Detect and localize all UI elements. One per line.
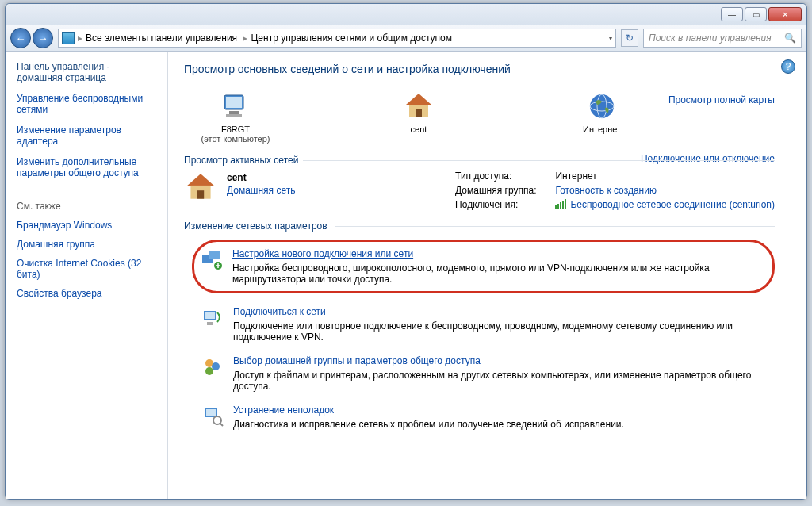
content-area: ? Просмотр основных сведений о сети и на… [168, 52, 806, 499]
svg-marker-10 [187, 174, 214, 186]
internet-label: Интернет [583, 125, 621, 134]
task-new-connection-highlighted: Настройка нового подключения или сети На… [192, 240, 775, 293]
svg-rect-3 [226, 114, 242, 117]
svg-rect-14 [209, 251, 220, 259]
search-placeholder: Поиск в панели управления [649, 33, 772, 44]
task-homegroup-link[interactable]: Выбор домашней группы и параметров общег… [233, 355, 775, 366]
see-also-label: См. также [17, 201, 156, 212]
globe-icon [585, 90, 619, 123]
computer-sublabel: (этот компьютер) [201, 134, 270, 144]
svg-rect-1 [226, 97, 242, 108]
svg-rect-12 [197, 190, 204, 199]
help-icon[interactable]: ? [781, 59, 795, 74]
svg-point-20 [212, 362, 220, 370]
house-icon [402, 90, 435, 123]
homegroup-label: Домашняя группа: [455, 185, 536, 196]
computer-name: F8RGT [221, 125, 250, 134]
svg-point-21 [205, 367, 213, 375]
maximize-button[interactable]: ▭ [745, 7, 767, 21]
sidebar-link-sharing[interactable]: Изменить дополнительные параметры общего… [17, 156, 156, 178]
full-map-link[interactable]: Просмотр полной карты [668, 94, 775, 105]
access-type-value: Интернет [555, 171, 775, 182]
see-also-homegroup[interactable]: Домашняя группа [17, 239, 156, 250]
back-button[interactable]: ← [10, 28, 31, 48]
navbar: ← → ▸ Все элементы панели управления ▸ Ц… [6, 25, 806, 52]
connect-icon [201, 306, 224, 328]
titlebar[interactable]: — ▭ ✕ [6, 4, 806, 25]
active-network-row: cent Домашняя сеть Тип доступа: Интернет… [184, 171, 775, 211]
task-connect: Подключиться к сети Подключение или повт… [201, 306, 775, 343]
house-icon [184, 171, 217, 204]
task-troubleshoot: Устранение неполадок Диагностика и испра… [201, 404, 775, 430]
refresh-button[interactable]: ↻ [621, 29, 638, 47]
active-network-type-link[interactable]: Домашняя сеть [227, 185, 295, 196]
homegroup-value-link[interactable]: Готовность к созданию [555, 185, 775, 196]
connect-disconnect-link[interactable]: Подключение или отключение [634, 153, 775, 164]
task-new-connection-desc: Настройка беспроводного, широкополосного… [232, 263, 760, 285]
network-name: cent [411, 125, 427, 134]
task-connect-desc: Подключение или повторное подключение к … [233, 320, 775, 343]
svg-line-25 [220, 423, 223, 426]
connection-line: — — — — — [298, 101, 356, 109]
sidebar: Панель управления - домашняя страница Уп… [6, 52, 168, 499]
search-box[interactable]: Поиск в панели управления 🔍 [643, 29, 802, 48]
task-homegroup-desc: Доступ к файлам и принтерам, расположенн… [233, 370, 775, 392]
address-bar[interactable]: ▸ Все элементы панели управления ▸ Центр… [58, 29, 616, 48]
svg-marker-4 [406, 94, 431, 105]
see-also-browser[interactable]: Свойства браузера [17, 288, 156, 299]
active-networks-section: Просмотр активных сетей Подключение или … [184, 155, 775, 166]
close-button[interactable]: ✕ [768, 7, 802, 21]
control-panel-home-link[interactable]: Панель управления - домашняя страница [17, 61, 156, 83]
svg-rect-2 [229, 111, 239, 114]
homegroup-icon [201, 355, 224, 378]
see-also-firewall[interactable]: Брандмауэр Windows [17, 220, 156, 231]
new-connection-icon [201, 248, 223, 270]
svg-rect-17 [205, 312, 215, 319]
svg-rect-6 [416, 109, 422, 117]
task-troubleshoot-link[interactable]: Устранение неполадок [233, 404, 624, 416]
computer-icon [219, 90, 252, 123]
access-type-label: Тип доступа: [455, 171, 536, 182]
connections-label: Подключения: [455, 199, 536, 211]
troubleshoot-icon [201, 404, 224, 427]
task-new-connection-link[interactable]: Настройка нового подключения или сети [232, 248, 760, 259]
network-icon [62, 32, 75, 44]
see-also-cookies[interactable]: Очистка Internet Cookies (32 бита) [17, 258, 156, 280]
connections-value-link[interactable]: Беспроводное сетевое соединение (centuri… [555, 199, 775, 211]
search-icon: 🔍 [784, 33, 796, 44]
task-troubleshoot-desc: Диагностика и исправление сетевых пробле… [233, 419, 624, 430]
sidebar-link-wireless[interactable]: Управление беспроводными сетями [17, 93, 156, 115]
breadcrumb-level2[interactable]: Центр управления сетями и общим доступом [251, 33, 452, 44]
address-dropdown-icon[interactable]: ▾ [609, 35, 612, 42]
task-homegroup: Выбор домашней группы и параметров общег… [201, 355, 775, 392]
minimize-button[interactable]: — [721, 7, 743, 21]
change-settings-section: Изменение сетевых параметров [184, 220, 775, 232]
svg-rect-18 [207, 322, 213, 325]
sidebar-link-adapter[interactable]: Изменение параметров адаптера [17, 125, 156, 147]
breadcrumb-level1[interactable]: Все элементы панели управления ▸ [86, 33, 247, 44]
task-connect-link[interactable]: Подключиться к сети [233, 306, 775, 317]
forward-button[interactable]: → [33, 28, 53, 48]
signal-icon [555, 199, 567, 211]
page-title: Просмотр основных сведений о сети и наст… [184, 63, 775, 75]
svg-point-7 [590, 94, 614, 118]
svg-rect-23 [206, 409, 216, 416]
control-panel-window: — ▭ ✕ ← → ▸ Все элементы панели управлен… [5, 3, 807, 500]
network-map: F8RGT (этот компьютер) — — — — — cent — … [184, 90, 775, 144]
active-network-name: cent [227, 172, 295, 183]
connection-line: — — — — — [481, 101, 539, 109]
